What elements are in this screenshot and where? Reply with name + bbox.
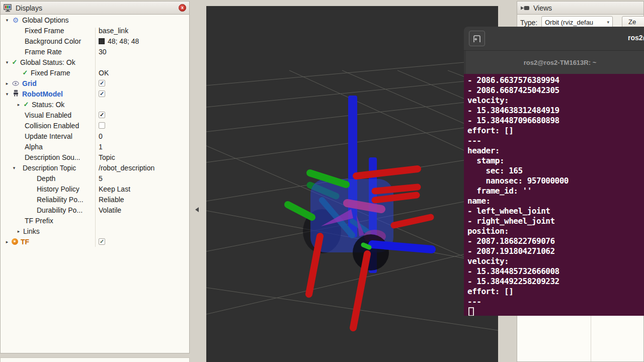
robot-model xyxy=(288,96,432,328)
terminal-tab-bar[interactable]: ros2@ros2-TM1613R: ~ xyxy=(464,50,644,74)
property-label: History Policy xyxy=(37,185,79,193)
property-value[interactable]: 5 xyxy=(99,174,103,183)
property-value[interactable]: Volatile xyxy=(99,206,121,214)
terminal-tab-label: ros2@ros2-TM1613R: ~ xyxy=(524,59,597,66)
property-label: TF Prefix xyxy=(25,217,53,225)
property-value[interactable]: 1 xyxy=(99,143,103,151)
terminal-output-area[interactable]: - 2086.6637576389994 - 2086.668742504230… xyxy=(464,74,644,316)
property-label: Alpha xyxy=(25,143,43,151)
row-global-options[interactable]: ▾ ⚙ Global Options xyxy=(1,15,189,25)
property-value[interactable]: Reliable xyxy=(99,196,124,204)
panel-collapse-arrow-icon[interactable] xyxy=(195,207,199,212)
property-label: Visual Enabled xyxy=(25,111,71,119)
wheel-hub-green-stub xyxy=(363,245,369,247)
type-label: Type: xyxy=(520,19,537,27)
expander-right-icon[interactable]: ▸ xyxy=(16,102,22,107)
property-value[interactable]: 30 xyxy=(99,48,107,56)
gear-icon: ⚙ xyxy=(12,16,20,24)
display-name-label: RobotModel xyxy=(22,90,63,98)
property-value[interactable]: 0 xyxy=(99,132,103,140)
terminal-output-text: - 2086.6637576389994 - 2086.668742504230… xyxy=(467,75,644,307)
close-icon[interactable]: x xyxy=(179,4,186,12)
robot-icon xyxy=(12,89,20,98)
displays-monitor-icon xyxy=(4,4,12,12)
property-label: Reliability Po... xyxy=(37,196,84,204)
terminal-title: ros2@ xyxy=(628,34,644,42)
expander-down-icon[interactable]: ▾ xyxy=(4,60,10,65)
property-label: Depth xyxy=(37,174,55,183)
checkbox[interactable]: ✓ xyxy=(99,80,105,86)
property-label: Fixed Frame xyxy=(31,69,70,77)
property-label: Update Interval xyxy=(25,132,72,140)
right-wheel xyxy=(353,234,389,270)
z-axis-horizontal-cylinder xyxy=(372,244,432,249)
bottom-panel-strip xyxy=(0,357,190,362)
property-label: Links xyxy=(23,227,40,235)
3d-scene xyxy=(206,6,498,362)
checkbox[interactable]: ✓ xyxy=(99,238,105,245)
expander-down-icon[interactable]: ▾ xyxy=(4,18,10,23)
view-type-value: Orbit (rviz_defau xyxy=(545,19,605,26)
terminal-cursor xyxy=(468,307,474,316)
property-label: Fixed Frame xyxy=(25,27,64,35)
terminal-header[interactable]: ros2@ xyxy=(464,27,644,50)
chevron-down-icon: ▾ xyxy=(607,20,609,25)
checkbox[interactable] xyxy=(99,122,105,129)
color-swatch[interactable] xyxy=(99,38,105,44)
x-axis-cylinder-top xyxy=(356,169,418,176)
y-axis-cylinder-low xyxy=(288,205,312,217)
checkbox[interactable]: ✓ xyxy=(99,112,105,118)
property-label: Global Options xyxy=(22,16,69,24)
property-label: Description Topic xyxy=(23,164,76,172)
new-tab-icon xyxy=(473,35,481,43)
property-value[interactable]: Topic xyxy=(99,153,115,161)
display-name-label: Grid xyxy=(22,79,37,87)
property-label: Frame Rate xyxy=(25,48,62,56)
new-tab-button[interactable] xyxy=(469,31,485,46)
property-label: Durability Po... xyxy=(37,206,83,214)
checkbox[interactable]: ✓ xyxy=(99,90,105,97)
displays-property-tree: ▾ ⚙ Global Options Fixed Frame base_link… xyxy=(1,15,189,247)
x-axis-cylinder-mid1 xyxy=(375,187,418,191)
property-value[interactable]: OK xyxy=(99,69,109,77)
3d-viewport[interactable] xyxy=(206,6,498,362)
expander-down-icon[interactable]: ▾ xyxy=(4,92,10,97)
property-value[interactable]: Keep Last xyxy=(99,185,130,193)
eye-icon xyxy=(12,79,20,87)
status-ok-check-icon: ✓ xyxy=(22,69,28,76)
expander-down-icon[interactable]: ▾ xyxy=(11,165,17,170)
tf-icon xyxy=(12,238,18,245)
terminal-tab[interactable]: ros2@ros2-TM1613R: ~ xyxy=(466,51,644,74)
status-ok-check-icon: ✓ xyxy=(23,101,29,108)
expander-right-icon[interactable]: ▸ xyxy=(4,81,10,86)
property-value[interactable]: /robot_description xyxy=(99,164,154,172)
x-axis-cylinder-low xyxy=(394,217,431,225)
camera-icon xyxy=(520,5,530,11)
displays-panel: Displays x ▾ ⚙ Global Options Fixed Fram… xyxy=(0,1,190,353)
views-titlebar[interactable]: Views xyxy=(517,2,643,15)
property-label: Description Sou... xyxy=(25,153,80,161)
property-value[interactable]: base_link xyxy=(99,27,128,35)
status-ok-check-icon: ✓ xyxy=(12,58,18,66)
expander-right-icon[interactable]: ▸ xyxy=(4,239,10,244)
terminal-window[interactable]: ros2@ ros2@ros2-TM1613R: ~ - 2086.663757… xyxy=(464,27,644,316)
column-divider[interactable] xyxy=(95,28,96,247)
property-label: Collision Enabled xyxy=(25,122,79,130)
displays-titlebar[interactable]: Displays x xyxy=(1,2,189,15)
displays-panel-title: Displays xyxy=(16,4,42,12)
views-panel-title: Views xyxy=(533,4,552,12)
property-label: Global Status: Ok xyxy=(20,58,75,66)
property-value[interactable]: 48; 48; 48 xyxy=(108,37,139,45)
property-label: Status: Ok xyxy=(32,101,64,109)
display-name-label: TF xyxy=(21,238,29,246)
property-label: Background Color xyxy=(25,37,81,45)
expander-right-icon[interactable]: ▸ xyxy=(16,229,22,234)
